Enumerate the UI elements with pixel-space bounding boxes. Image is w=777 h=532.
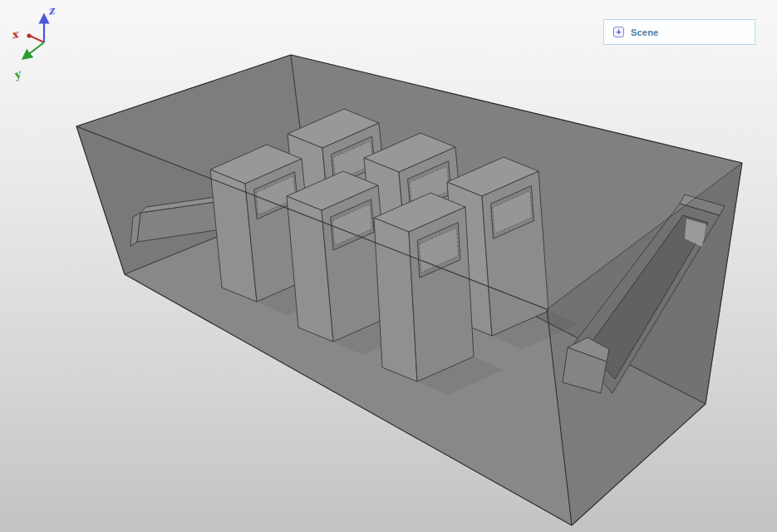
y-axis-label: y: [11, 66, 24, 81]
scene-canvas[interactable]: [0, 0, 777, 532]
scene-panel[interactable]: + Scene: [603, 19, 755, 45]
x-axis-label: x: [10, 27, 21, 42]
y-axis: [26, 42, 44, 57]
scene-panel-label: Scene: [631, 27, 658, 37]
viewport-3d[interactable]: x y z + Scene: [0, 0, 777, 532]
room-outer-shell[interactable]: [76, 55, 742, 525]
x-axis-tip: [27, 33, 31, 37]
x-axis: [30, 36, 44, 42]
expand-icon[interactable]: +: [613, 27, 624, 37]
axis-gizmo[interactable]: x y z: [0, 0, 75, 87]
z-axis-label: z: [47, 3, 57, 17]
